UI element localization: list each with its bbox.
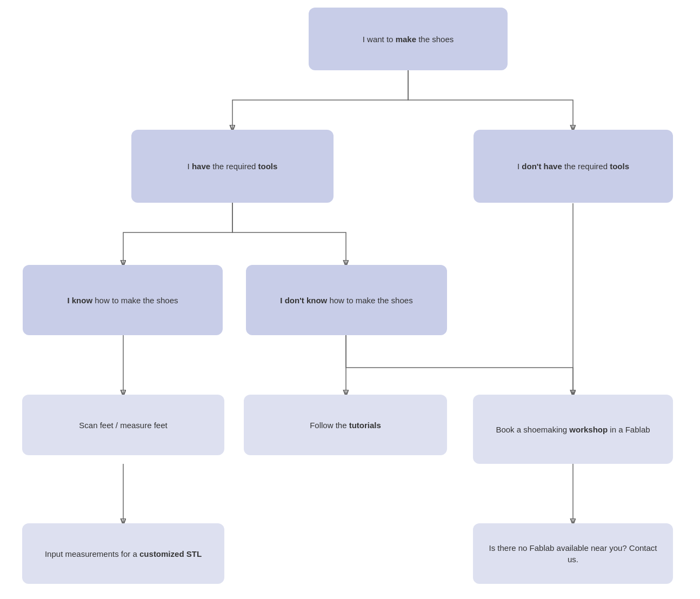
node-follow-tutorials: Follow the tutorials: [244, 395, 447, 455]
node-scan-feet-label: Scan feet / measure feet: [79, 420, 167, 431]
node-no-fablab-label: Is there no Fablab available near you? C…: [483, 542, 663, 565]
node-book-workshop-label: Book a shoemaking workshop in a Fablab: [496, 424, 650, 435]
node-dont-have-tools: I don't have the required tools: [474, 130, 673, 203]
node-input-measurements: Input measurements for a customized STL: [22, 523, 224, 584]
flowchart-diagram: I want to make the shoes I have the requ…: [0, 0, 700, 599]
node-follow-tutorials-label: Follow the tutorials: [310, 420, 381, 431]
node-want-to-make: I want to make the shoes: [309, 8, 508, 70]
node-want-to-make-label: I want to make the shoes: [363, 34, 454, 45]
node-have-tools: I have the required tools: [131, 130, 334, 203]
node-have-tools-label: I have the required tools: [188, 161, 278, 172]
node-input-measurements-label: Input measurements for a customized STL: [45, 548, 202, 560]
node-know-how-label: I know how to make the shoes: [67, 295, 178, 306]
node-no-fablab: Is there no Fablab available near you? C…: [473, 523, 673, 584]
node-scan-feet: Scan feet / measure feet: [22, 395, 224, 455]
node-dont-know-how-label: I don't know how to make the shoes: [280, 295, 412, 306]
node-book-workshop: Book a shoemaking workshop in a Fablab: [473, 395, 673, 464]
node-dont-have-tools-label: I don't have the required tools: [517, 161, 629, 172]
node-know-how: I know how to make the shoes: [23, 265, 223, 335]
node-dont-know-how: I don't know how to make the shoes: [246, 265, 447, 335]
